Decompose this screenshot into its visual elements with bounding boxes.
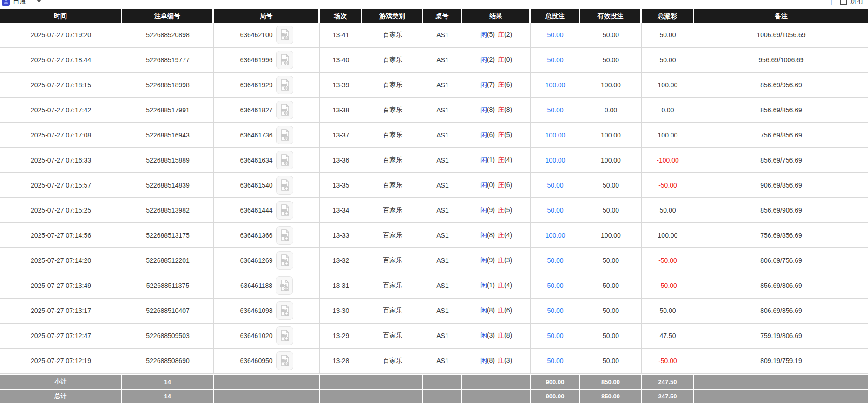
remark-cell: 756.69/856.69 bbox=[694, 123, 868, 148]
total-bet-link[interactable]: 50.00 bbox=[547, 357, 563, 364]
game-type-cell: 百家乐 bbox=[362, 48, 423, 73]
result-player-label: 闲 bbox=[480, 256, 487, 264]
total-bet-link[interactable]: 50.00 bbox=[547, 207, 563, 214]
result-cell: 闲(3)庄(8) bbox=[462, 324, 531, 349]
total-bet-link[interactable]: 100.00 bbox=[546, 131, 566, 139]
summary-valid-bet: 850.00 bbox=[580, 389, 642, 403]
round-id: 636461366 bbox=[240, 232, 272, 239]
game-type-cell: 百家乐 bbox=[362, 123, 423, 148]
total-bet-cell: 100.00 bbox=[531, 73, 580, 98]
summary-payout: 247.50 bbox=[642, 374, 694, 389]
video-replay-button[interactable] bbox=[276, 226, 293, 245]
valid-bet-cell: 50.00 bbox=[580, 324, 642, 349]
valid-bet-cell: 50.00 bbox=[580, 299, 642, 324]
video-replay-button[interactable] bbox=[276, 276, 293, 295]
total-bet-link[interactable]: 50.00 bbox=[547, 182, 563, 189]
video-replay-button[interactable] bbox=[276, 326, 293, 345]
total-bet-cell: 50.00 bbox=[531, 273, 580, 299]
result-banker-score: (6) bbox=[504, 81, 512, 88]
table-row: 2025-07-27 07:19:20 522688520898 6364621… bbox=[0, 23, 868, 48]
total-bet-link[interactable]: 50.00 bbox=[547, 106, 563, 114]
summary-row: 总计 14 900.00 850.00 247.50 bbox=[0, 389, 868, 403]
bet-id-cell: 522688519777 bbox=[122, 48, 214, 73]
total-bet-cell: 50.00 bbox=[531, 324, 580, 349]
game-type-cell: 百家乐 bbox=[362, 273, 423, 299]
total-bet-link[interactable]: 100.00 bbox=[546, 232, 566, 239]
result-banker-label: 庄 bbox=[498, 206, 504, 214]
time-cell: 2025-07-27 07:17:08 bbox=[0, 123, 122, 148]
total-bet-link[interactable]: 50.00 bbox=[547, 257, 563, 264]
topbar-left-label: 日度 bbox=[13, 0, 27, 6]
video-replay-button[interactable] bbox=[276, 26, 293, 44]
time-cell: 2025-07-27 07:12:19 bbox=[0, 349, 122, 374]
total-bet-cell: 100.00 bbox=[531, 148, 580, 173]
table-no-cell: AS1 bbox=[423, 198, 462, 223]
payout-cell: 47.50 bbox=[642, 324, 694, 349]
result-player-score: (7) bbox=[487, 81, 495, 88]
video-replay-button[interactable] bbox=[276, 51, 293, 69]
round-cell: 636461540 bbox=[214, 173, 320, 198]
time-cell: 2025-07-27 07:17:42 bbox=[0, 98, 122, 123]
table-row: 2025-07-27 07:16:33 522688515889 6364616… bbox=[0, 148, 868, 173]
time-cell: 2025-07-27 07:13:49 bbox=[0, 273, 122, 299]
result-cell: 闲(8)庄(3) bbox=[462, 349, 531, 374]
bet-id-cell: 522688515889 bbox=[122, 148, 214, 173]
video-replay-button[interactable] bbox=[276, 176, 293, 195]
remark-cell: 809.19/759.19 bbox=[694, 349, 868, 374]
result-player-score: (9) bbox=[487, 256, 495, 264]
session-cell: 13-36 bbox=[320, 148, 362, 173]
user-icon[interactable] bbox=[2, 0, 10, 6]
result-cell: 闲(9)庄(5) bbox=[462, 198, 531, 223]
total-bet-cell: 50.00 bbox=[531, 349, 580, 374]
table-row: 2025-07-27 07:13:49 522688511375 6364611… bbox=[0, 273, 868, 299]
total-bet-link[interactable]: 50.00 bbox=[547, 31, 563, 39]
round-id: 636461929 bbox=[240, 81, 272, 89]
total-bet-link[interactable]: 100.00 bbox=[546, 156, 566, 164]
result-banker-label: 庄 bbox=[498, 181, 504, 189]
dropdown-caret-icon[interactable] bbox=[37, 0, 41, 3]
select-all-checkbox[interactable] bbox=[840, 0, 847, 5]
game-type-cell: 百家乐 bbox=[362, 73, 423, 98]
payout-cell: -100.00 bbox=[642, 148, 694, 173]
video-replay-button[interactable] bbox=[276, 101, 293, 119]
result-banker-label: 庄 bbox=[498, 106, 504, 113]
result-banker-label: 庄 bbox=[498, 81, 504, 88]
result-player-label: 闲 bbox=[480, 281, 487, 289]
result-banker-score: (6) bbox=[504, 181, 512, 189]
total-bet-cell: 50.00 bbox=[531, 248, 580, 273]
video-replay-button[interactable] bbox=[276, 301, 293, 320]
valid-bet-cell: 100.00 bbox=[580, 223, 642, 248]
remark-cell: 956.69/1006.69 bbox=[694, 48, 868, 73]
video-replay-button[interactable] bbox=[276, 151, 293, 169]
bet-id-cell: 522688520898 bbox=[122, 23, 214, 48]
time-cell: 2025-07-27 07:14:20 bbox=[0, 248, 122, 273]
round-id: 636461540 bbox=[240, 182, 272, 189]
total-bet-cell: 50.00 bbox=[531, 299, 580, 324]
video-replay-button[interactable] bbox=[276, 201, 293, 220]
result-banker-label: 庄 bbox=[498, 281, 504, 289]
table-row: 2025-07-27 07:18:44 522688519777 6364619… bbox=[0, 48, 868, 73]
bet-id-cell: 522688518998 bbox=[122, 73, 214, 98]
game-type-cell: 百家乐 bbox=[362, 23, 423, 48]
video-replay-button[interactable] bbox=[276, 251, 293, 270]
payout-cell: 50.00 bbox=[642, 198, 694, 223]
video-replay-button[interactable] bbox=[276, 126, 293, 144]
total-bet-link[interactable]: 50.00 bbox=[547, 332, 563, 339]
round-id: 636461444 bbox=[240, 207, 272, 214]
total-bet-cell: 50.00 bbox=[531, 23, 580, 48]
video-replay-button[interactable] bbox=[276, 76, 293, 94]
summary-valid-bet: 850.00 bbox=[580, 374, 642, 389]
total-bet-link[interactable]: 50.00 bbox=[547, 56, 563, 64]
video-replay-button[interactable] bbox=[276, 351, 293, 370]
remark-cell: 806.69/756.69 bbox=[694, 248, 868, 273]
total-bet-cell: 50.00 bbox=[531, 98, 580, 123]
total-bet-link[interactable]: 100.00 bbox=[546, 81, 566, 89]
result-player-score: (8) bbox=[487, 106, 495, 113]
round-cell: 636461188 bbox=[214, 273, 320, 299]
total-bet-link[interactable]: 50.00 bbox=[547, 282, 563, 289]
summary-label: 总计 bbox=[0, 389, 122, 403]
bet-id-cell: 522688516943 bbox=[122, 123, 214, 148]
remark-cell: 856.69/956.69 bbox=[694, 73, 868, 98]
total-bet-link[interactable]: 50.00 bbox=[547, 307, 563, 314]
payout-cell: 50.00 bbox=[642, 48, 694, 73]
